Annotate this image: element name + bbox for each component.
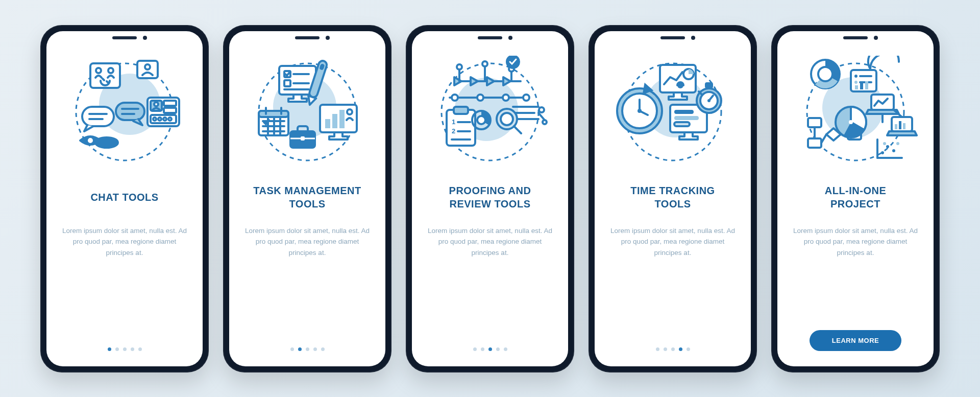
svg-point-138 <box>892 149 895 152</box>
svg-point-140 <box>883 142 886 145</box>
card-body: Lorem ipsum dolor sit amet, nulla est. A… <box>243 225 371 341</box>
svg-point-65 <box>477 95 483 101</box>
svg-point-83 <box>539 107 544 112</box>
time-tracking-tools-icon <box>609 56 737 173</box>
svg-rect-51 <box>339 110 345 128</box>
svg-rect-116 <box>855 85 858 89</box>
svg-point-114 <box>854 81 857 84</box>
svg-point-76 <box>477 116 485 124</box>
svg-rect-50 <box>332 114 337 128</box>
page-dot[interactable] <box>131 347 134 351</box>
svg-rect-119 <box>871 95 894 110</box>
card-title: TASK MANAGEMENT TOOLS <box>253 183 361 211</box>
svg-point-105 <box>707 99 710 102</box>
page-dot[interactable] <box>664 347 667 351</box>
page-indicator <box>108 347 142 351</box>
svg-rect-2 <box>90 63 120 88</box>
svg-text:2: 2 <box>452 127 455 135</box>
page-dot[interactable] <box>504 347 507 351</box>
page-dot[interactable] <box>671 347 675 351</box>
card-body: Lorem ipsum dolor sit amet, nulla est. A… <box>792 225 919 324</box>
page-indicator <box>290 347 325 351</box>
svg-point-59 <box>482 61 487 66</box>
svg-rect-122 <box>899 121 901 129</box>
svg-point-64 <box>452 95 458 101</box>
page-dot[interactable] <box>123 347 127 351</box>
svg-line-82 <box>514 126 521 133</box>
page-dot[interactable] <box>481 347 484 351</box>
card-title: TIME TRACKING TOOLS <box>630 183 715 211</box>
card-title: CHAT TOOLS <box>90 183 158 211</box>
svg-rect-97 <box>674 110 694 114</box>
svg-point-110 <box>818 67 832 81</box>
page-dot[interactable] <box>115 347 119 351</box>
svg-rect-118 <box>865 81 868 89</box>
all-in-one-project-icon <box>792 56 919 173</box>
page-dot[interactable] <box>290 347 294 351</box>
page-dot[interactable] <box>496 347 500 351</box>
svg-line-130 <box>821 134 826 143</box>
learn-more-button[interactable]: LEARN MORE <box>810 330 901 351</box>
phone-frame: ALL-IN-ONE PROJECT Lorem ipsum dolor sit… <box>771 25 940 372</box>
svg-rect-117 <box>860 83 863 89</box>
page-dot[interactable] <box>687 347 690 351</box>
svg-rect-36 <box>259 111 288 117</box>
svg-rect-123 <box>903 123 905 129</box>
svg-rect-10 <box>164 101 176 106</box>
svg-point-57 <box>457 64 462 69</box>
onboarding-screen-time-tracking[interactable]: TIME TRACKING TOOLS Lorem ipsum dolor si… <box>595 31 751 366</box>
card-body: Lorem ipsum dolor sit amet, nulla est. A… <box>61 225 188 341</box>
chat-tools-icon <box>61 56 188 173</box>
svg-point-139 <box>896 142 899 145</box>
page-dot[interactable] <box>488 347 492 351</box>
onboarding-screen-proofing-review[interactable]: 1 2 <box>412 31 568 366</box>
svg-point-66 <box>503 95 509 101</box>
svg-point-137 <box>886 145 889 148</box>
phone-frame: TIME TRACKING TOOLS Lorem ipsum dolor si… <box>589 25 757 372</box>
page-dot[interactable] <box>679 347 682 351</box>
svg-rect-69 <box>454 107 468 114</box>
svg-point-9 <box>154 102 158 106</box>
svg-point-133 <box>849 120 853 124</box>
page-dot[interactable] <box>313 347 317 351</box>
svg-rect-98 <box>674 116 699 120</box>
page-dot[interactable] <box>298 347 302 351</box>
svg-rect-126 <box>808 118 821 127</box>
onboarding-screens-row: CHAT TOOLS Lorem ipsum dolor sit amet, n… <box>31 25 949 372</box>
svg-point-136 <box>881 151 884 154</box>
svg-point-92 <box>638 109 642 113</box>
card-body: Lorem ipsum dolor sit amet, nulla est. A… <box>609 225 737 341</box>
svg-point-81 <box>501 113 513 125</box>
page-dot[interactable] <box>138 347 142 351</box>
svg-point-23 <box>87 137 94 144</box>
svg-text:1: 1 <box>452 118 455 126</box>
svg-rect-49 <box>325 119 330 128</box>
page-indicator <box>473 347 507 351</box>
svg-rect-127 <box>808 138 821 148</box>
phone-frame: 1 2 <box>406 25 574 372</box>
page-dot[interactable] <box>473 347 477 351</box>
card-title: ALL-IN-ONE PROJECT <box>825 183 887 211</box>
svg-rect-47 <box>301 136 305 141</box>
svg-point-112 <box>854 75 857 78</box>
svg-rect-99 <box>674 122 690 126</box>
svg-point-67 <box>523 95 529 101</box>
svg-rect-121 <box>895 124 897 129</box>
onboarding-screen-task-management[interactable]: TASK MANAGEMENT TOOLS Lorem ipsum dolor … <box>229 31 385 366</box>
page-indicator <box>656 347 690 351</box>
page-dot[interactable] <box>321 347 325 351</box>
task-management-tools-icon <box>243 56 371 173</box>
svg-rect-17 <box>82 107 114 126</box>
page-dot[interactable] <box>656 347 659 351</box>
phone-frame: TASK MANAGEMENT TOOLS Lorem ipsum dolor … <box>223 25 391 372</box>
page-dot[interactable] <box>108 347 111 351</box>
svg-point-24 <box>95 137 118 148</box>
card-body: Lorem ipsum dolor sit amet, nulla est. A… <box>426 225 554 341</box>
page-dot[interactable] <box>306 347 309 351</box>
svg-rect-11 <box>164 108 176 113</box>
card-title: PROOFING AND REVIEW TOOLS <box>449 183 531 211</box>
onboarding-screen-chat-tools[interactable]: CHAT TOOLS Lorem ipsum dolor sit amet, n… <box>46 31 203 366</box>
phone-frame: CHAT TOOLS Lorem ipsum dolor sit amet, n… <box>40 25 209 372</box>
onboarding-screen-all-in-one[interactable]: ALL-IN-ONE PROJECT Lorem ipsum dolor sit… <box>777 31 934 366</box>
svg-rect-111 <box>851 70 876 91</box>
